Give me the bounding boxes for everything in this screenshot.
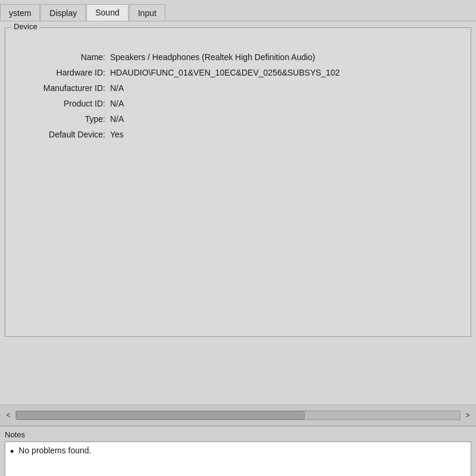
scroll-track[interactable] [15,411,461,420]
notes-content: • No problems found. [5,441,471,476]
info-label-product-id: Product ID: [15,96,110,111]
notes-text: No problems found. [18,446,91,455]
info-label-manufacturer-id: Manufacturer ID: [15,80,110,96]
tab-display[interactable]: Display [40,4,86,21]
info-value-product-id: N/A [110,96,461,111]
info-value-name: Speakers / Headphones (Realtek High Defi… [110,49,461,65]
tab-input[interactable]: Input [129,4,165,21]
tabs-bar: ystem Display Sound Input [0,0,476,21]
info-row-manufacturer-id: Manufacturer ID: N/A [15,80,461,96]
info-label-name: Name: [15,49,110,65]
tab-input-label: Input [138,8,156,18]
info-row-product-id: Product ID: N/A [15,96,461,111]
info-label-default-device: Default Device: [15,127,110,142]
device-group-label: Device [11,22,40,31]
tab-display-label: Display [49,8,77,18]
info-row-type: Type: N/A [15,111,461,127]
info-value-type: N/A [110,111,461,127]
notes-bullet: • [10,446,14,459]
tab-sound[interactable]: Sound [86,4,128,21]
info-label-type: Type: [15,111,110,127]
info-label-hardware-id: Hardware ID: [15,65,110,80]
info-row-hardware-id: Hardware ID: HDAUDIO\FUNC_01&VEN_10EC&DE… [15,65,461,80]
tab-sound-label: Sound [95,8,119,17]
main-content: Device Name: Speakers / Headphones (Real… [0,21,476,405]
info-value-manufacturer-id: N/A [110,80,461,96]
notes-item: • No problems found. [10,446,466,459]
info-value-default-device: Yes [110,127,461,142]
tab-system[interactable]: ystem [0,4,40,21]
info-value-hardware-id: HDAUDIO\FUNC_01&VEN_10EC&DEV_0256&SUBSYS… [110,65,461,80]
notes-section: Notes • No problems found. [0,426,476,476]
info-row-name: Name: Speakers / Headphones (Realtek Hig… [15,49,461,65]
tab-system-label: ystem [9,8,31,18]
notes-label: Notes [5,430,471,439]
scroll-bar-area: < > [0,405,476,426]
device-info-table: Name: Speakers / Headphones (Realtek Hig… [15,49,461,142]
scroll-right-button[interactable]: > [463,411,472,419]
device-group: Device Name: Speakers / Headphones (Real… [5,27,471,337]
scroll-thumb[interactable] [16,411,305,419]
info-row-default-device: Default Device: Yes [15,127,461,142]
scroll-left-button[interactable]: < [4,411,13,419]
